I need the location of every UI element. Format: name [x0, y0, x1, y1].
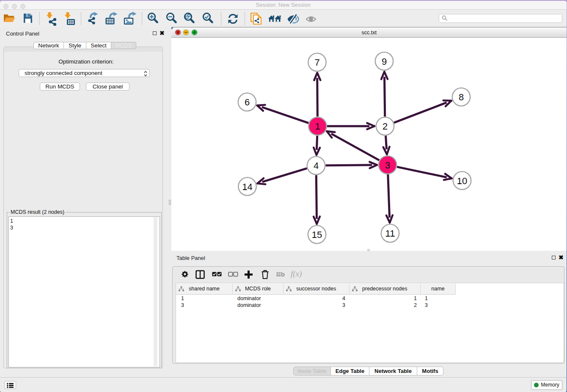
svg-text:15: 15 — [311, 229, 322, 240]
svg-text:4: 4 — [313, 160, 318, 171]
svg-text:8: 8 — [458, 92, 463, 102]
svg-text:10: 10 — [457, 175, 467, 186]
svg-text:7: 7 — [314, 57, 319, 68]
svg-text:1: 1 — [315, 121, 320, 132]
svg-text:3: 3 — [385, 160, 390, 170]
svg-text:11: 11 — [385, 228, 395, 239]
svg-text:2: 2 — [382, 121, 387, 132]
svg-text:9: 9 — [381, 56, 386, 66]
svg-text:6: 6 — [244, 97, 249, 108]
svg-text:14: 14 — [242, 181, 252, 192]
